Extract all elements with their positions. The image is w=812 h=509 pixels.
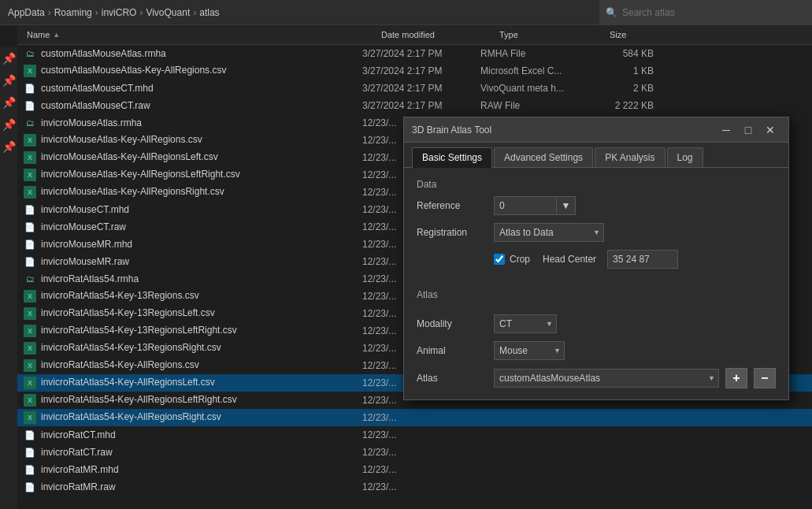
file-icon-csv: X [24, 377, 36, 389]
atlas-section: Atlas Modality CT MR Animal [417, 289, 776, 388]
file-type: Microsoft Excel C... [480, 65, 591, 76]
pin-icon-5[interactable]: 📌 [1, 139, 17, 154]
file-name: 🗂invicroRatAtlas54.rmha [24, 273, 362, 285]
column-headers: Name ▲ Date modified Type Size [17, 25, 812, 45]
file-date: 12/23/... [362, 429, 480, 440]
atlas-tool-modal[interactable]: 3D Brain Atlas Tool ─ □ ✕ Basic Settings… [403, 117, 789, 400]
file-icon-rmha: 🗂 [24, 47, 36, 60]
col-header-type[interactable]: Type [496, 25, 606, 44]
file-date: 12/23/... [362, 412, 480, 423]
table-row[interactable]: 📄invicroRatMR.raw 12/23/... [17, 478, 812, 496]
file-name: XinvicroRatAtlas54-Key-13RegionsRight.cs… [24, 342, 362, 355]
search-input[interactable] [622, 7, 806, 18]
atlas-dropdown[interactable]: customAtlasMouseAtlas invicroMouseAtlas … [494, 369, 719, 388]
breadcrumb-roaming[interactable]: Roaming [54, 7, 92, 18]
file-icon-raw: 📄 [24, 221, 36, 233]
close-button[interactable]: ✕ [760, 122, 780, 138]
table-row[interactable]: XcustomAtlasMouseAtlas-Key-AllRegions.cs… [17, 62, 812, 80]
file-icon-csv: X [24, 359, 36, 372]
file-name: 📄invicroMouseMR.mhd [24, 238, 362, 251]
table-row[interactable]: 📄customAtlasMouseCT.mhd 3/27/2024 2:17 P… [17, 80, 812, 97]
file-size: 584 KB [591, 48, 654, 59]
breadcrumb-appdata[interactable]: AppData [8, 7, 45, 18]
search-bar[interactable]: 🔍 [599, 0, 812, 25]
file-icon-raw: 📄 [24, 446, 36, 459]
file-name: 📄customAtlasMouseCT.mhd [24, 82, 362, 95]
atlas-dropdown-wrap: customAtlasMouseAtlas invicroMouseAtlas … [494, 369, 719, 388]
table-row[interactable]: XinvicroRatAtlas54-Key-AllRegionsRight.c… [17, 409, 812, 426]
maximize-button[interactable]: □ [738, 122, 758, 138]
atlas-row: Atlas customAtlasMouseAtlas invicroMouse… [417, 368, 776, 388]
file-name: XinvicroMouseAtlas-Key-AllRegionsLeft.cs… [24, 151, 362, 164]
modality-dropdown[interactable]: CT MR [494, 314, 557, 333]
file-size: 2 222 KB [591, 100, 654, 111]
file-date: 3/27/2024 2:17 PM [362, 65, 480, 76]
modality-dropdown-wrap: CT MR [494, 314, 557, 333]
data-section: Data Reference ▼ Registration Atlas to D… [417, 179, 776, 277]
atlas-section-label: Atlas [417, 289, 776, 300]
pin-icon-2[interactable]: 📌 [1, 72, 17, 88]
file-name: XinvicroRatAtlas54-Key-AllRegionsLeft.cs… [24, 377, 362, 389]
file-icon-csv: X [24, 342, 36, 355]
animal-dropdown[interactable]: Mouse Rat [494, 341, 565, 360]
registration-dropdown[interactable]: Atlas to Data Data to Atlas [494, 223, 604, 242]
crop-checkbox-label[interactable]: Crop [494, 254, 530, 265]
col-header-size[interactable]: Size [606, 25, 669, 44]
table-row[interactable]: 🗂customAtlasMouseAtlas.rmha 3/27/2024 2:… [17, 45, 812, 62]
tab-basic-settings[interactable]: Basic Settings [412, 147, 492, 168]
atlas-add-button[interactable]: + [725, 368, 747, 388]
breadcrumb-vivoquant[interactable]: VivoQuant [146, 7, 190, 18]
animal-label: Animal [417, 345, 488, 356]
table-row[interactable]: 📄invicroRatCT.raw 12/23/... [17, 444, 812, 461]
file-icon-csv: X [24, 134, 36, 147]
tab-pk-analysis[interactable]: PK Analysis [595, 147, 665, 167]
crop-checkbox[interactable] [494, 254, 505, 265]
modal-controls: ─ □ ✕ [716, 122, 780, 138]
atlas-remove-button[interactable]: − [754, 368, 776, 388]
file-icon-csv: X [24, 394, 36, 407]
animal-dropdown-wrap: Mouse Rat [494, 341, 565, 360]
breadcrumb-invicro[interactable]: inviCRO [102, 7, 137, 18]
pin-icon-3[interactable]: 📌 [1, 95, 17, 110]
table-row[interactable]: 📄invicroRatCT.mhd 12/23/... [17, 426, 812, 444]
file-name: XinvicroRatAtlas54-Key-13RegionsLeftRigh… [24, 325, 362, 337]
modal-body: Data Reference ▼ Registration Atlas to D… [404, 168, 788, 399]
registration-row: Registration Atlas to Data Data to Atlas [417, 223, 776, 242]
modal-titlebar: 3D Brain Atlas Tool ─ □ ✕ [404, 117, 788, 143]
sidebar: 📌 📌 📌 📌 📌 [0, 47, 17, 509]
table-row[interactable]: 📄customAtlasMouseCT.raw 3/27/2024 2:17 P… [17, 97, 812, 114]
minimize-button[interactable]: ─ [716, 122, 736, 138]
tab-advanced-settings[interactable]: Advanced Settings [494, 147, 593, 167]
col-header-date[interactable]: Date modified [378, 25, 496, 44]
reference-row: Reference ▼ [417, 196, 776, 215]
file-name: 📄invicroMouseMR.raw [24, 255, 362, 268]
pin-icon-4[interactable]: 📌 [1, 117, 17, 132]
file-icon-mhd: 📄 [24, 82, 36, 95]
file-icon-csv: X [24, 186, 36, 199]
file-name: XcustomAtlasMouseAtlas-Key-AllRegions.cs… [24, 65, 362, 77]
file-type: VivoQuant meta h... [480, 83, 591, 94]
head-center-input[interactable] [607, 250, 678, 269]
col-header-name[interactable]: Name ▲ [24, 25, 378, 44]
reference-input[interactable] [494, 196, 557, 215]
file-name: XinvicroRatAtlas54-Key-AllRegionsLeftRig… [24, 394, 362, 407]
file-name: XinvicroMouseAtlas-Key-AllRegionsLeftRig… [24, 169, 362, 181]
file-name: 📄invicroRatMR.mhd [24, 463, 362, 476]
file-icon-raw: 📄 [24, 481, 36, 493]
file-date: 3/27/2024 2:17 PM [362, 48, 480, 59]
registration-dropdown-wrap: Atlas to Data Data to Atlas [494, 223, 604, 242]
atlas-label: Atlas [417, 373, 488, 384]
search-icon: 🔍 [606, 7, 617, 18]
file-name: 📄invicroRatCT.mhd [24, 429, 362, 441]
breadcrumb-atlas[interactable]: atlas [199, 7, 219, 18]
file-name: 📄invicroMouseCT.mhd [24, 203, 362, 216]
file-name: 📄invicroRatCT.raw [24, 446, 362, 459]
file-icon-csv: X [24, 65, 36, 77]
tab-log[interactable]: Log [667, 147, 703, 167]
file-icon-mhd: 📄 [24, 203, 36, 216]
file-name: 🗂customAtlasMouseAtlas.rmha [24, 47, 362, 60]
pin-icon-1[interactable]: 📌 [1, 50, 17, 66]
reference-dropdown-btn[interactable]: ▼ [557, 196, 576, 215]
crop-label: Crop [510, 254, 530, 265]
table-row[interactable]: 📄invicroRatMR.mhd 12/23/... [17, 461, 812, 478]
